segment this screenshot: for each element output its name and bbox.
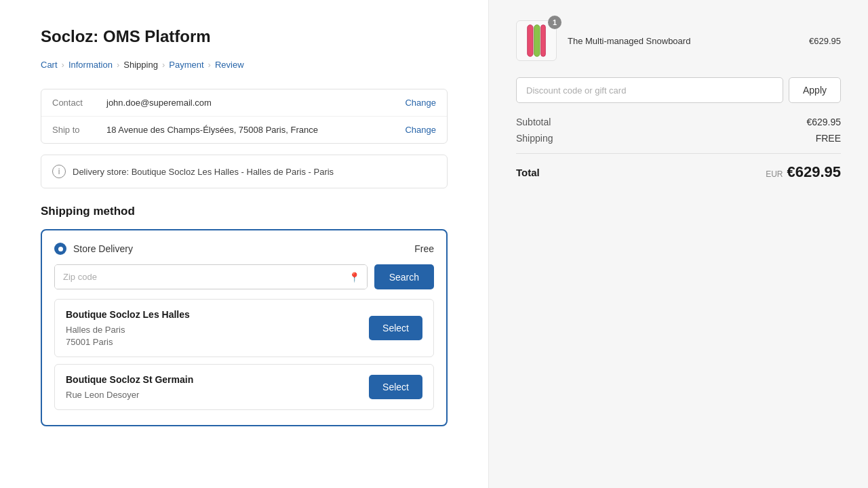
contact-info-card: Contact john.doe@superemail.com Change S… [41, 89, 448, 144]
svg-rect-1 [534, 25, 540, 57]
subtotal-label: Subtotal [516, 117, 551, 127]
total-value-group: EUR €629.95 [766, 163, 841, 181]
store-card-1: Boutique Socloz St Germain Rue Leon Deso… [54, 364, 434, 410]
right-panel: 1 The Multi-managed Snowboard €629.95 Ap… [488, 0, 868, 488]
delivery-notice: i Delivery store: Boutique Socloz Les Ha… [41, 155, 448, 188]
select-button-1[interactable]: Select [369, 375, 422, 399]
shipping-method-label: Store Delivery [54, 243, 133, 255]
breadcrumb-review[interactable]: Review [215, 60, 244, 70]
breadcrumb-information[interactable]: Information [68, 60, 113, 70]
store-info-0: Boutique Socloz Les Halles Halles de Par… [66, 309, 190, 347]
shipto-label: Ship to [52, 125, 106, 135]
store-delivery-label: Store Delivery [73, 243, 133, 254]
zip-input-wrapper: 📍 [54, 264, 368, 289]
store-name-1: Boutique Socloz St Germain [66, 374, 193, 385]
product-badge: 1 [548, 16, 561, 29]
shipping-price: Free [414, 243, 434, 254]
shipto-change-link[interactable]: Change [405, 125, 436, 135]
store-sub1-0: Halles de Paris [66, 325, 190, 335]
svg-rect-0 [528, 25, 533, 57]
location-icon: 📍 [349, 272, 360, 283]
discount-input[interactable] [516, 77, 783, 103]
shipto-row: Ship to 18 Avenue des Champs-Élysées, 75… [41, 117, 447, 143]
store-card-0: Boutique Socloz Les Halles Halles de Par… [54, 299, 434, 357]
store-name-0: Boutique Socloz Les Halles [66, 309, 190, 320]
zip-input[interactable] [55, 265, 367, 289]
search-button[interactable]: Search [374, 264, 434, 289]
zip-row: 📍 Search [54, 264, 434, 289]
subtotal-row: Subtotal €629.95 [516, 117, 841, 127]
product-name: The Multi-managed Snowboard [568, 36, 798, 46]
delivery-notice-text: Delivery store: Boutique Socloz Les Hall… [73, 167, 334, 177]
store-sub1-1: Rue Leon Desoyer [66, 390, 193, 400]
discount-row: Apply [516, 77, 841, 103]
product-image: 1 [516, 20, 557, 61]
breadcrumb: Cart › Information › Shipping › Payment … [41, 60, 448, 70]
shipping-summary-label: Shipping [516, 133, 553, 144]
shipping-section-title: Shipping method [41, 205, 448, 218]
contact-row: Contact john.doe@superemail.com Change [41, 89, 447, 117]
product-row: 1 The Multi-managed Snowboard €629.95 [516, 20, 841, 61]
total-currency: EUR [766, 169, 783, 179]
contact-value: john.doe@superemail.com [106, 98, 405, 108]
store-info-1: Boutique Socloz St Germain Rue Leon Deso… [66, 374, 193, 400]
total-row: Total EUR €629.95 [516, 153, 841, 181]
total-price: €629.95 [787, 163, 841, 181]
apply-button[interactable]: Apply [789, 77, 841, 103]
contact-change-link[interactable]: Change [405, 98, 436, 108]
subtotal-value: €629.95 [806, 117, 841, 127]
breadcrumb-cart[interactable]: Cart [41, 60, 58, 70]
page-title: Socloz: OMS Platform [41, 27, 448, 46]
breadcrumb-sep-4: › [208, 60, 211, 70]
svg-rect-2 [541, 25, 546, 57]
product-price: €629.95 [809, 36, 841, 46]
snowboard-image [524, 24, 549, 58]
total-label: Total [516, 167, 540, 178]
breadcrumb-sep-2: › [117, 60, 119, 70]
breadcrumb-payment[interactable]: Payment [169, 60, 203, 70]
store-sub2-0: 75001 Paris [66, 337, 190, 347]
shipping-summary-value: FREE [816, 133, 841, 144]
info-icon: i [52, 165, 66, 178]
shipping-method-box: Store Delivery Free 📍 Search Boutique So… [41, 229, 448, 426]
select-button-0[interactable]: Select [369, 316, 422, 340]
shipto-value: 18 Avenue des Champs-Élysées, 75008 Pari… [106, 125, 405, 135]
store-delivery-radio[interactable] [54, 243, 66, 255]
breadcrumb-sep-1: › [62, 60, 64, 70]
breadcrumb-shipping: Shipping [123, 60, 158, 70]
shipping-row: Shipping FREE [516, 133, 841, 144]
shipping-method-header: Store Delivery Free [54, 243, 434, 255]
breadcrumb-sep-3: › [162, 60, 165, 70]
contact-label: Contact [52, 98, 106, 108]
